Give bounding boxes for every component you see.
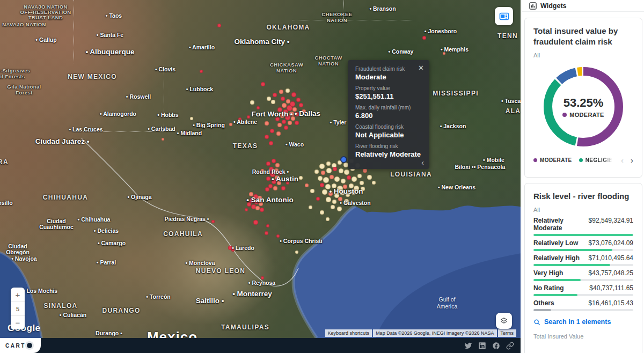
donut-legend: MODERATENEGLIGIBLE ‹ › [533,156,633,165]
map-attribution: Keyboard shortcutsMap Data ©2026 Google,… [325,329,516,337]
legend-item[interactable]: NEGLIGIBLE [579,157,613,163]
map-label: Forest [16,90,32,95]
carto-logo-o-icon [25,341,34,350]
widgets-title: Widgets [540,2,567,10]
risk-bar-track [533,249,633,251]
legend-item[interactable]: MODERATE [533,157,572,163]
tooltip-close-icon[interactable]: ✕ [418,64,424,71]
donut-widget-filter: All [533,52,633,58]
map-label: • Hobbs [157,112,178,118]
map-label: America [437,303,458,310]
risk-category-row[interactable]: Others$16,461,015.43 [533,299,633,311]
map-label: • Conway [389,48,414,55]
terms-link[interactable]: Terms [498,329,517,337]
tooltip-field-label: River flooding risk [355,143,422,149]
map-label: TENN [497,32,518,40]
risk-category-row[interactable]: Very High$43,757,048.25 [533,269,633,281]
legend-layout-icon [499,11,509,21]
map-canvas[interactable]: NAVAJO NATIONOFF-RESERVATIONTRUST LANDNA… [0,0,521,338]
keyboard-shortcuts-link[interactable]: Keyboard shortcuts [325,329,372,337]
map-label: • Alamogordo [100,111,136,117]
map-label: osillo [0,200,13,206]
map-label: Durango • [96,330,122,336]
tooltip-row: Max. daily rainfall (mm)6.800 [355,105,422,120]
map-label: • Chihuahua [78,216,111,223]
map-label: • Midland [177,130,202,136]
map-label: • Austin [272,175,298,183]
risk-category-label: Relatively High [533,254,580,262]
legend-next-icon[interactable]: › [631,156,633,165]
linkedin-icon[interactable] [478,342,486,350]
tooltip-field-value: 6.800 [355,112,422,120]
link-icon[interactable] [506,342,514,350]
map-label: Cuauhtemoc [39,224,74,230]
map-label: CHICKASAW [270,62,303,68]
map-label: SINALOA [43,302,77,310]
risk-widget-title: Risk level - river flooding [533,191,633,202]
zoom-out-button[interactable]: − [11,315,25,329]
widgets-header: Widgets [522,0,644,12]
risk-widget-filter: All [533,207,633,213]
carto-logo-text: CART [5,343,26,349]
map-legend-toggle-button[interactable] [495,7,513,25]
risk-category-row[interactable]: Relatively Low$73,076,024.09 [533,239,633,251]
feature-tooltip: ✕ Fraudulent claim riskModerateProperty … [348,60,429,169]
map-label: • Navojoa [11,255,36,262]
risk-category-label: Very High [533,269,563,277]
layers-icon [500,317,508,325]
donut-chart-svg [539,63,627,151]
risk-bar-fill [533,249,612,251]
map-label: RA [0,158,9,166]
donut-chart[interactable]: 53.25% MODERATE [539,63,627,151]
risk-category-value: $43,757,048.25 [589,269,633,277]
twitter-icon[interactable] [464,342,472,350]
zoom-in-button[interactable]: + [11,288,25,301]
facebook-icon[interactable] [492,342,500,350]
map-label: che-Sitgreaves [0,68,31,73]
map-label: NUEVO LEON [196,267,245,275]
risk-category-row[interactable]: No Rating$40,737,111.65 [533,284,633,296]
map-label: • Roswell [126,93,151,100]
risk-category-value: $92,549,324.91 [589,217,633,224]
map-label: • Dallas [295,109,320,117]
tooltip-field-label: Property value [355,85,422,91]
risk-category-value: $16,461,015.43 [589,299,633,307]
risk-bar-track [533,234,633,236]
basemap-layers-button[interactable] [496,313,512,329]
map-label: • Tusca [501,98,521,104]
map-label: NATION [318,61,339,67]
tooltip-rows: Fraudulent claim riskModerateProperty va… [355,66,422,158]
search-link-label: Search in 1 elements [544,318,611,326]
donut-widget-card: Total insured value by fraudulent claim … [524,18,642,178]
tooltip-prev-icon[interactable]: ‹ [421,159,424,166]
map-label: Biloxi • [455,164,473,170]
search-in-elements-link[interactable]: Search in 1 elements [533,318,633,326]
tooltip-field-label: Fraudulent claim risk [355,66,422,72]
map-label: NATION [327,17,347,23]
risk-bar-fill [533,294,577,296]
map-label: • Pensacola [474,164,506,170]
map-label: Saltillo • [196,297,224,305]
map-label: • Las Cruces [69,126,103,133]
legend-prev-icon[interactable]: ‹ [621,156,624,165]
map-label: • Branson [369,5,396,12]
carto-logo[interactable]: CART [0,338,41,353]
risk-category-row[interactable]: Relatively High$71,010,495.64 [533,254,633,266]
risk-bar-fill [533,234,633,236]
tooltip-field-value: Relatively Moderate [355,150,422,158]
zoom-level-display: 5 [11,301,25,315]
map-label: • Big Spring [193,122,225,128]
map-label: MISSISSIPPI [433,90,479,97]
legend-pagination: ‹ › [621,156,633,165]
map-label: • Albuquerque [85,48,134,56]
map-label: • Galveston [340,200,370,206]
risk-bar-track [533,279,633,281]
map-label: • Taos [106,12,122,19]
footer-bar: CART [0,338,521,353]
map-label: • San Antonio [246,196,293,204]
map-label: CHOCTAW [314,55,342,61]
tooltip-row: River flooding riskRelatively Moderate [355,143,422,158]
risk-category-row[interactable]: Relatively Moderate$92,549,324.91 [533,217,633,236]
map-label: onal Forests [0,73,25,79]
tooltip-row: Coastal flooding riskNot Applicable [355,124,422,139]
